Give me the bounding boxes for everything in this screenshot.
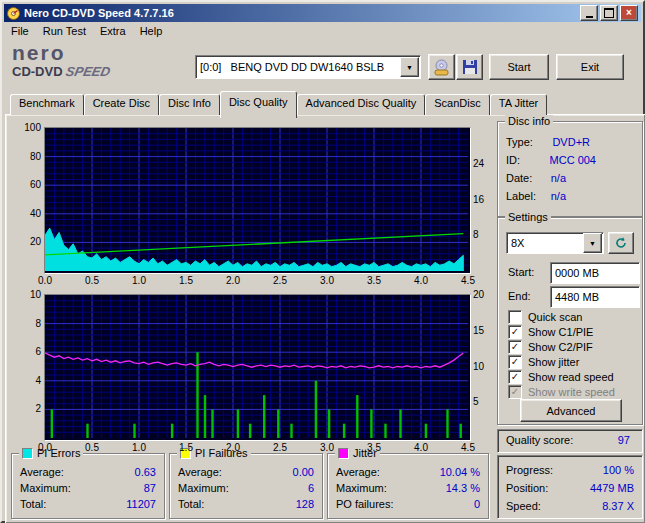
disc-id-label: ID:	[506, 154, 520, 166]
menu-run-test[interactable]: Run Test	[36, 23, 93, 39]
refresh-speed-button[interactable]	[608, 232, 634, 254]
title-bar[interactable]: Nero CD-DVD Speed 4.7.7.16 ×	[4, 4, 641, 22]
tab-advanced-disc-quality[interactable]: Advanced Disc Quality	[297, 94, 426, 115]
axis-tick: 3.0	[314, 442, 340, 453]
minimize-icon	[586, 16, 593, 18]
axis-tick: 24	[473, 158, 497, 169]
drive-select[interactable]: [0:0] BENQ DVD DD DW1640 BSLB ▼	[195, 55, 421, 79]
checkbox-label: Quick scan	[528, 311, 582, 323]
chevron-down-icon[interactable]: ▼	[400, 57, 419, 77]
disc-label-label: Label:	[506, 190, 536, 202]
axis-tick: 0.0	[32, 442, 58, 453]
stat-value: 11207	[126, 498, 156, 510]
axis-tick: 2	[15, 403, 41, 414]
axis-tick: 16	[473, 194, 497, 205]
end-mb-field[interactable]: 4480 MB	[550, 286, 640, 308]
menu-bar: File Run Test Extra Help	[4, 22, 641, 39]
checkbox-box: ✓	[508, 325, 522, 339]
disc-label-value: n/a	[551, 190, 566, 202]
tab-scandisc[interactable]: ScanDisc	[425, 94, 489, 115]
nero-product-text: CD-DVD SPEED	[12, 64, 110, 79]
axis-tick: 1.5	[173, 442, 199, 453]
menu-help[interactable]: Help	[133, 23, 170, 39]
checkbox-box: ✓	[508, 340, 522, 354]
stat-value: 128	[296, 498, 314, 510]
nero-brand-text: nero	[12, 42, 110, 64]
progress-label: Progress:	[506, 464, 553, 476]
save-button[interactable]	[456, 54, 483, 80]
window-title: Nero CD-DVD Speed 4.7.7.16	[24, 7, 580, 19]
axis-tick: 0.0	[32, 275, 58, 286]
checkbox-quick-scan[interactable]: Quick scan	[508, 310, 582, 323]
tab-create-disc[interactable]: Create Disc	[84, 94, 159, 115]
speed-select[interactable]: 8X ▼	[506, 232, 604, 254]
stat-value: 0.00	[293, 466, 314, 478]
chevron-down-icon[interactable]: ▼	[583, 233, 602, 253]
disc-hand-icon	[432, 59, 451, 76]
axis-tick: 8	[473, 229, 497, 240]
progress-panel: Progress:100 % Position:4479 MB Speed:8.…	[497, 455, 643, 519]
axis-tick: 40	[15, 208, 41, 219]
tab-benchmark[interactable]: Benchmark	[10, 94, 84, 115]
logo-cddvd: CD-DVD	[12, 64, 63, 79]
quality-score-label: Quality score:	[506, 434, 573, 446]
exit-button[interactable]: Exit	[556, 54, 624, 80]
axis-tick: 10	[15, 289, 41, 300]
axis-tick: 2.5	[267, 275, 293, 286]
checkbox-show-jitter[interactable]: ✓Show jitter	[508, 355, 579, 368]
tab-disc-info[interactable]: Disc Info	[159, 94, 220, 115]
settings-group: Settings 8X ▼ Start: 0000 MB End: 4480 M…	[497, 217, 643, 425]
disc-date-label: Date:	[506, 172, 532, 184]
checkbox-box	[508, 310, 522, 324]
menu-file[interactable]: File	[4, 23, 36, 39]
tab-disc-quality[interactable]: Disc Quality	[220, 91, 297, 118]
refresh-icon	[614, 236, 628, 250]
axis-tick: 2.0	[220, 275, 246, 286]
start-mb-field[interactable]: 0000 MB	[550, 262, 640, 284]
stat-label: Maximum:	[20, 482, 71, 494]
progress-value: 100 %	[603, 464, 634, 476]
tab-ta-jitter[interactable]: TA Jitter	[490, 94, 548, 115]
stat-label: PO failures:	[336, 498, 393, 510]
axis-tick: 1.0	[126, 275, 152, 286]
checkbox-label: Show C2/PIF	[528, 341, 593, 353]
stat-label: Average:	[20, 466, 64, 478]
advanced-button[interactable]: Advanced	[520, 399, 622, 422]
axis-tick: 15	[473, 325, 497, 336]
floppy-icon	[462, 59, 478, 75]
axis-tick: 5	[473, 396, 497, 407]
eject-disc-button[interactable]	[428, 54, 455, 80]
checkbox-show-c1-pie[interactable]: ✓Show C1/PIE	[508, 325, 593, 338]
nero-logo: nero CD-DVD SPEED	[12, 42, 110, 79]
axis-tick: 4	[15, 375, 41, 386]
checkbox-box: ✓	[508, 370, 522, 384]
axis-tick: 4.5	[455, 442, 481, 453]
disc-type-label: Type:	[506, 136, 533, 148]
app-window: Nero CD-DVD Speed 4.7.7.16 × File Run Te…	[0, 0, 645, 523]
checkbox-show-read-speed[interactable]: ✓Show read speed	[508, 370, 614, 383]
pi-failures-box: PI Failures Average:0.00 Maximum:6 Total…	[169, 453, 323, 519]
stat-label: Total:	[20, 498, 46, 510]
start-button[interactable]: Start	[489, 54, 549, 80]
disc-date-value: n/a	[551, 172, 566, 184]
checkbox-label: Show C1/PIE	[528, 326, 593, 338]
axis-tick: 100	[15, 122, 41, 133]
menu-extra[interactable]: Extra	[93, 23, 133, 39]
stat-value: 10.04 %	[440, 466, 480, 478]
axis-tick: 1.0	[126, 442, 152, 453]
axis-tick: 0.5	[79, 442, 105, 453]
end-mb-label: End:	[508, 290, 531, 302]
axis-tick: 0.5	[79, 275, 105, 286]
stat-label: Maximum:	[178, 482, 229, 494]
close-button[interactable]: ×	[620, 5, 638, 21]
minimize-button[interactable]	[580, 5, 598, 21]
axis-tick: 2.0	[220, 442, 246, 453]
maximize-button[interactable]	[600, 5, 618, 21]
speed-label: Speed:	[506, 500, 541, 512]
logo-speed: SPEED	[65, 64, 112, 79]
axis-tick: 80	[15, 151, 41, 162]
axis-tick: 4.5	[455, 275, 481, 286]
checkbox-show-c2-pif[interactable]: ✓Show C2/PIF	[508, 340, 593, 353]
checkbox-label: Show jitter	[528, 356, 579, 368]
quality-score-panel: Quality score: 97	[497, 429, 643, 453]
